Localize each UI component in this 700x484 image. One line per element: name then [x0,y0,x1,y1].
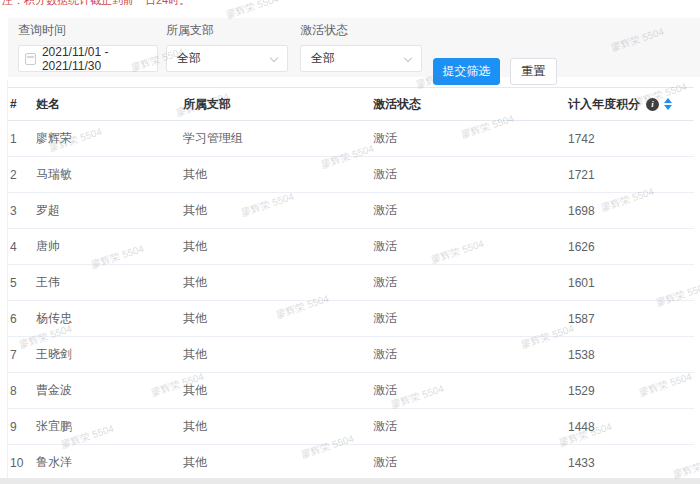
score-cell: 1587 [568,312,694,326]
panel-left-edge [7,80,8,480]
score-cell: 1721 [568,168,694,182]
name-cell: 廖辉荣 [36,130,183,147]
branch-cell: 其他 [183,274,373,291]
reset-button[interactable]: 重置 [510,58,557,85]
score-cell: 1742 [568,132,694,146]
submit-filter-button[interactable]: 提交筛选 [433,58,500,85]
score-cell: 1529 [568,384,694,398]
name-cell: 马瑞敏 [36,166,183,183]
name-cell: 罗超 [36,202,183,219]
rank-cell: 6 [8,312,36,326]
table-row[interactable]: 7 王晓剑 其他 激活 1538 [8,337,694,373]
bottom-scroll-strip [0,478,700,484]
filter-panel: 查询时间 2021/11/01 - 2021/11/30 所属支部 全部 激活状… [8,18,700,77]
clipped-red-note: 注：积分数据统计截止到前一日24时。 [2,0,190,8]
rank-cell: 8 [8,384,36,398]
rank-cell: 3 [8,204,36,218]
name-cell: 曹金波 [36,382,183,399]
score-cell: 1538 [568,348,694,362]
branch-cell: 其他 [183,346,373,363]
branch-cell: 其他 [183,202,373,219]
name-cell: 王晓剑 [36,346,183,363]
name-cell: 张宜鹏 [36,418,183,435]
sort-asc-icon [664,98,672,103]
calendar-icon [25,53,36,65]
table-row[interactable]: 2 马瑞敏 其他 激活 1721 [8,157,694,193]
score-cell: 1626 [568,240,694,254]
col-header-score: 计入年度积分 i [568,96,694,113]
rank-cell: 1 [8,132,36,146]
name-cell: 鲁水洋 [36,454,183,471]
branch-cell: 其他 [183,454,373,471]
table-row[interactable]: 4 唐帅 其他 激活 1626 [8,229,694,265]
status-cell: 激活 [373,346,568,363]
score-header-label: 计入年度积分 [568,96,640,113]
table-row[interactable]: 6 杨传忠 其他 激活 1587 [8,301,694,337]
info-icon[interactable]: i [646,98,659,111]
col-header-branch: 所属支部 [183,96,373,113]
table-row[interactable]: 1 廖辉荣 学习管理组 激活 1742 [8,121,694,157]
date-range-value: 2021/11/01 - 2021/11/30 [42,45,157,73]
branch-cell: 其他 [183,166,373,183]
status-filter-group: 激活状态 全部 [300,22,422,72]
sort-toggle[interactable] [664,98,672,110]
sort-desc-icon [664,105,672,110]
rank-cell: 2 [8,168,36,182]
status-cell: 激活 [373,238,568,255]
status-cell: 激活 [373,166,568,183]
rank-cell: 7 [8,348,36,362]
branch-cell: 其他 [183,238,373,255]
status-select-value: 全部 [311,50,335,67]
status-cell: 激活 [373,382,568,399]
branch-cell: 其他 [183,310,373,327]
rank-cell: 10 [8,456,36,470]
name-cell: 王伟 [36,274,183,291]
branch-filter-label: 所属支部 [166,22,288,39]
score-cell: 1433 [568,456,694,470]
table-row[interactable]: 3 罗超 其他 激活 1698 [8,193,694,229]
status-cell: 激活 [373,130,568,147]
name-cell: 杨传忠 [36,310,183,327]
date-range-input[interactable]: 2021/11/01 - 2021/11/30 [18,45,158,72]
status-cell: 激活 [373,274,568,291]
chevron-down-icon [270,54,278,62]
branch-select-value: 全部 [177,50,201,67]
col-header-status: 激活状态 [373,96,568,113]
score-cell: 1601 [568,276,694,290]
col-header-name: 姓名 [36,96,183,113]
col-header-rank: # [8,97,36,111]
status-cell: 激活 [373,202,568,219]
score-cell: 1698 [568,204,694,218]
table-row[interactable]: 5 王伟 其他 激活 1601 [8,265,694,301]
status-filter-label: 激活状态 [300,22,422,39]
points-ranking-page: 注：积分数据统计截止到前一日24时。 查询时间 2021/11/01 - 202… [0,0,700,484]
rank-cell: 5 [8,276,36,290]
date-filter-label: 查询时间 [18,22,158,39]
name-cell: 唐帅 [36,238,183,255]
date-filter-group: 查询时间 2021/11/01 - 2021/11/30 [18,22,158,72]
branch-filter-group: 所属支部 全部 [166,22,288,72]
table-header-row: # 姓名 所属支部 激活状态 计入年度积分 i [8,87,694,121]
table-row[interactable]: 10 鲁水洋 其他 激活 1433 [8,445,694,481]
ranking-table: # 姓名 所属支部 激活状态 计入年度积分 i 1 廖辉荣 学习管理组 激活 1… [8,87,694,481]
branch-cell: 学习管理组 [183,130,373,147]
rank-cell: 4 [8,240,36,254]
score-cell: 1448 [568,420,694,434]
branch-cell: 其他 [183,382,373,399]
status-cell: 激活 [373,310,568,327]
branch-select[interactable]: 全部 [166,45,288,72]
chevron-down-icon [404,54,412,62]
branch-cell: 其他 [183,418,373,435]
status-cell: 激活 [373,454,568,471]
rank-cell: 9 [8,420,36,434]
status-cell: 激活 [373,418,568,435]
table-body: 1 廖辉荣 学习管理组 激活 1742 2 马瑞敏 其他 激活 1721 3 罗… [8,121,694,481]
table-row[interactable]: 9 张宜鹏 其他 激活 1448 [8,409,694,445]
status-select[interactable]: 全部 [300,45,422,72]
table-row[interactable]: 8 曹金波 其他 激活 1529 [8,373,694,409]
